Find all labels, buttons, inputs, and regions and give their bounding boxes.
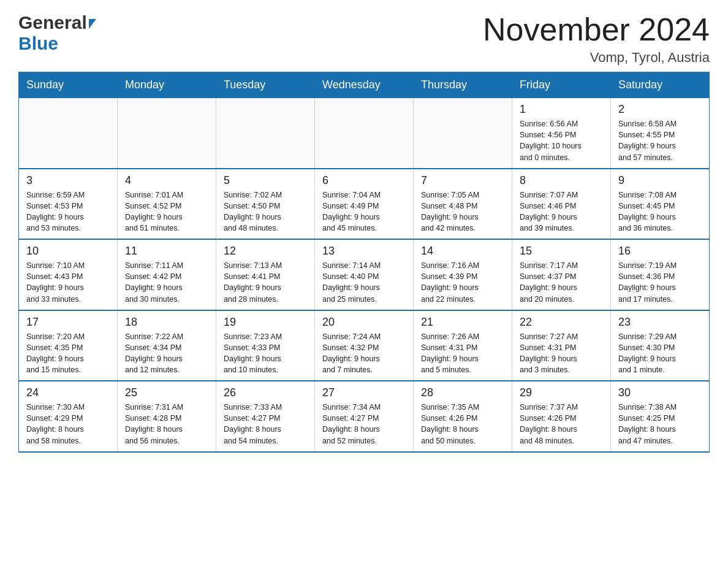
- day-info: Sunrise: 7:08 AM Sunset: 4:45 PM Dayligh…: [618, 190, 702, 234]
- day-number: 20: [322, 316, 406, 329]
- weekday-header-wednesday: Wednesday: [315, 72, 414, 98]
- day-number: 15: [520, 245, 603, 258]
- calendar-header: SundayMondayTuesdayWednesdayThursdayFrid…: [19, 72, 710, 98]
- day-number: 26: [224, 386, 307, 399]
- logo: General Blue: [18, 12, 96, 54]
- calendar-cell: 11Sunrise: 7:11 AM Sunset: 4:42 PM Dayli…: [118, 239, 216, 310]
- calendar-cell: [118, 98, 216, 169]
- day-number: 3: [26, 174, 110, 187]
- calendar-cell: 9Sunrise: 7:08 AM Sunset: 4:45 PM Daylig…: [611, 169, 710, 240]
- calendar-cell: 15Sunrise: 7:17 AM Sunset: 4:37 PM Dayli…: [512, 239, 611, 310]
- calendar-week-3: 17Sunrise: 7:20 AM Sunset: 4:35 PM Dayli…: [19, 310, 710, 381]
- day-info: Sunrise: 7:37 AM Sunset: 4:26 PM Dayligh…: [520, 402, 603, 446]
- calendar-week-0: 1Sunrise: 6:56 AM Sunset: 4:56 PM Daylig…: [19, 98, 710, 169]
- day-number: 29: [520, 386, 603, 399]
- day-number: 9: [618, 174, 702, 187]
- calendar-cell: 8Sunrise: 7:07 AM Sunset: 4:46 PM Daylig…: [512, 169, 611, 240]
- day-info: Sunrise: 6:59 AM Sunset: 4:53 PM Dayligh…: [26, 190, 110, 234]
- logo-blue: Blue: [18, 33, 96, 54]
- calendar-cell: 26Sunrise: 7:33 AM Sunset: 4:27 PM Dayli…: [216, 381, 315, 452]
- day-number: 14: [421, 245, 504, 258]
- day-number: 24: [26, 386, 110, 399]
- calendar-cell: 14Sunrise: 7:16 AM Sunset: 4:39 PM Dayli…: [414, 239, 512, 310]
- calendar-cell: 7Sunrise: 7:05 AM Sunset: 4:48 PM Daylig…: [414, 169, 512, 240]
- day-number: 23: [618, 316, 702, 329]
- day-info: Sunrise: 6:58 AM Sunset: 4:55 PM Dayligh…: [618, 118, 702, 163]
- calendar-cell: 28Sunrise: 7:35 AM Sunset: 4:26 PM Dayli…: [414, 381, 512, 452]
- calendar-cell: 3Sunrise: 6:59 AM Sunset: 4:53 PM Daylig…: [19, 169, 118, 240]
- day-number: 6: [322, 174, 406, 187]
- calendar-cell: 4Sunrise: 7:01 AM Sunset: 4:52 PM Daylig…: [118, 169, 216, 240]
- day-number: 16: [618, 245, 702, 258]
- day-info: Sunrise: 7:29 AM Sunset: 4:30 PM Dayligh…: [618, 331, 702, 376]
- calendar-cell: 29Sunrise: 7:37 AM Sunset: 4:26 PM Dayli…: [512, 381, 611, 452]
- calendar-cell: 1Sunrise: 6:56 AM Sunset: 4:56 PM Daylig…: [512, 98, 611, 169]
- logo-general: General: [18, 12, 87, 33]
- day-number: 13: [322, 245, 406, 258]
- day-info: Sunrise: 7:38 AM Sunset: 4:25 PM Dayligh…: [618, 402, 702, 446]
- day-info: Sunrise: 7:11 AM Sunset: 4:42 PM Dayligh…: [125, 260, 208, 305]
- day-number: 18: [125, 316, 208, 329]
- day-info: Sunrise: 7:27 AM Sunset: 4:31 PM Dayligh…: [520, 331, 603, 376]
- day-info: Sunrise: 7:17 AM Sunset: 4:37 PM Dayligh…: [520, 260, 603, 305]
- day-info: Sunrise: 7:35 AM Sunset: 4:26 PM Dayligh…: [421, 402, 504, 446]
- calendar-cell: 19Sunrise: 7:23 AM Sunset: 4:33 PM Dayli…: [216, 310, 315, 381]
- weekday-header-friday: Friday: [512, 72, 611, 98]
- day-info: Sunrise: 7:10 AM Sunset: 4:43 PM Dayligh…: [26, 260, 110, 305]
- day-number: 8: [520, 174, 603, 187]
- weekday-header-thursday: Thursday: [414, 72, 512, 98]
- day-number: 27: [322, 386, 406, 399]
- calendar-cell: 25Sunrise: 7:31 AM Sunset: 4:28 PM Dayli…: [118, 381, 216, 452]
- calendar-week-1: 3Sunrise: 6:59 AM Sunset: 4:53 PM Daylig…: [19, 169, 710, 240]
- calendar-cell: 21Sunrise: 7:26 AM Sunset: 4:31 PM Dayli…: [414, 310, 512, 381]
- calendar-cell: 22Sunrise: 7:27 AM Sunset: 4:31 PM Dayli…: [512, 310, 611, 381]
- calendar-week-2: 10Sunrise: 7:10 AM Sunset: 4:43 PM Dayli…: [19, 239, 710, 310]
- calendar-cell: 23Sunrise: 7:29 AM Sunset: 4:30 PM Dayli…: [611, 310, 710, 381]
- weekday-header-tuesday: Tuesday: [216, 72, 315, 98]
- page-subtitle: Vomp, Tyrol, Austria: [483, 50, 710, 66]
- day-number: 30: [618, 386, 702, 399]
- calendar-cell: 12Sunrise: 7:13 AM Sunset: 4:41 PM Dayli…: [216, 239, 315, 310]
- day-number: 22: [520, 316, 603, 329]
- calendar-table: SundayMondayTuesdayWednesdayThursdayFrid…: [18, 72, 710, 453]
- calendar-cell: 13Sunrise: 7:14 AM Sunset: 4:40 PM Dayli…: [315, 239, 414, 310]
- day-info: Sunrise: 6:56 AM Sunset: 4:56 PM Dayligh…: [520, 118, 603, 163]
- day-info: Sunrise: 7:04 AM Sunset: 4:49 PM Dayligh…: [322, 190, 406, 234]
- weekday-header-sunday: Sunday: [19, 72, 118, 98]
- day-number: 7: [421, 174, 504, 187]
- calendar-cell: 30Sunrise: 7:38 AM Sunset: 4:25 PM Dayli…: [611, 381, 710, 452]
- calendar-cell: 20Sunrise: 7:24 AM Sunset: 4:32 PM Dayli…: [315, 310, 414, 381]
- day-number: 10: [26, 245, 110, 258]
- day-number: 25: [125, 386, 208, 399]
- day-info: Sunrise: 7:02 AM Sunset: 4:50 PM Dayligh…: [224, 190, 307, 234]
- day-info: Sunrise: 7:33 AM Sunset: 4:27 PM Dayligh…: [224, 402, 307, 446]
- title-block: November 2024 Vomp, Tyrol, Austria: [483, 12, 710, 66]
- page-header: General Blue November 2024 Vomp, Tyrol, …: [18, 12, 710, 66]
- day-info: Sunrise: 7:22 AM Sunset: 4:34 PM Dayligh…: [125, 331, 208, 376]
- weekday-header-row: SundayMondayTuesdayWednesdayThursdayFrid…: [19, 72, 710, 98]
- weekday-header-saturday: Saturday: [611, 72, 710, 98]
- day-info: Sunrise: 7:01 AM Sunset: 4:52 PM Dayligh…: [125, 190, 208, 234]
- calendar-cell: 5Sunrise: 7:02 AM Sunset: 4:50 PM Daylig…: [216, 169, 315, 240]
- day-number: 28: [421, 386, 504, 399]
- day-number: 11: [125, 245, 208, 258]
- calendar-cell: 17Sunrise: 7:20 AM Sunset: 4:35 PM Dayli…: [19, 310, 118, 381]
- day-info: Sunrise: 7:07 AM Sunset: 4:46 PM Dayligh…: [520, 190, 603, 234]
- calendar-cell: 24Sunrise: 7:30 AM Sunset: 4:29 PM Dayli…: [19, 381, 118, 452]
- calendar-cell: [315, 98, 414, 169]
- page-title: November 2024: [483, 12, 710, 47]
- day-info: Sunrise: 7:16 AM Sunset: 4:39 PM Dayligh…: [421, 260, 504, 305]
- logo-arrow-icon: [89, 19, 96, 29]
- day-number: 21: [421, 316, 504, 329]
- day-number: 19: [224, 316, 307, 329]
- calendar-cell: 27Sunrise: 7:34 AM Sunset: 4:27 PM Dayli…: [315, 381, 414, 452]
- day-number: 1: [520, 103, 603, 116]
- day-info: Sunrise: 7:14 AM Sunset: 4:40 PM Dayligh…: [322, 260, 406, 305]
- day-info: Sunrise: 7:13 AM Sunset: 4:41 PM Dayligh…: [224, 260, 307, 305]
- day-info: Sunrise: 7:30 AM Sunset: 4:29 PM Dayligh…: [26, 402, 110, 446]
- calendar-body: 1Sunrise: 6:56 AM Sunset: 4:56 PM Daylig…: [19, 98, 710, 452]
- day-info: Sunrise: 7:23 AM Sunset: 4:33 PM Dayligh…: [224, 331, 307, 376]
- day-number: 4: [125, 174, 208, 187]
- weekday-header-monday: Monday: [118, 72, 216, 98]
- calendar-cell: 2Sunrise: 6:58 AM Sunset: 4:55 PM Daylig…: [611, 98, 710, 169]
